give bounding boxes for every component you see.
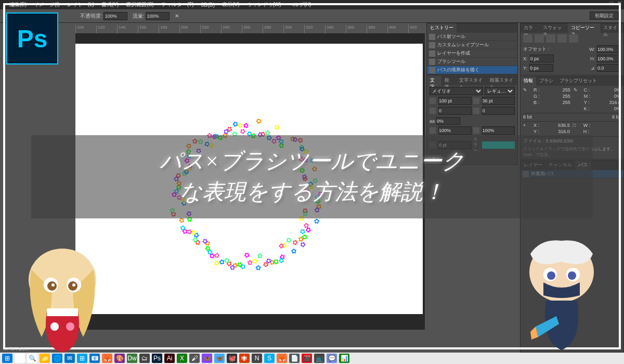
tracking-input[interactable]: [438, 107, 472, 115]
svg-rect-7: [47, 308, 78, 316]
menu-item[interactable]: 選択範囲(S): [126, 1, 153, 8]
y-input[interactable]: [529, 64, 553, 72]
history-item[interactable]: レイヤーを作成: [427, 49, 517, 58]
menu-item[interactable]: 書式(Y): [101, 1, 119, 8]
title-overlay: パス×ブラシツールでユニーク な表現をする方法を解説！: [31, 135, 593, 218]
clone-src-icon[interactable]: [557, 34, 567, 43]
workspace-button[interactable]: 初期設定: [590, 11, 619, 20]
window-controls: — □ ✕: [600, 0, 622, 7]
svg-point-6: [72, 283, 75, 287]
taskbar-app-icon[interactable]: 🦋: [202, 354, 212, 363]
menu-item[interactable]: 3D(D): [201, 2, 215, 8]
color-panel: カラー スウォッチ コピーソース スタイル オフセット : W: X: H: Y…: [520, 23, 624, 75]
taskbar-app-icon[interactable]: 🖌: [189, 354, 200, 363]
taskbar-app-icon[interactable]: 🌐: [52, 354, 62, 363]
copysrc-tab[interactable]: コピーソース: [568, 23, 600, 33]
fontsize-input[interactable]: [438, 97, 472, 105]
close-icon[interactable]: ✕: [617, 0, 622, 7]
taskbar-app-icon[interactable]: X: [177, 354, 187, 363]
svg-point-8: [50, 322, 59, 331]
taskbar-app-icon[interactable]: S: [264, 354, 275, 363]
eyedropper-icon: ✎: [574, 87, 581, 93]
opacity-input[interactable]: [103, 12, 127, 20]
taskbar-app-icon[interactable]: 🦊: [102, 354, 112, 363]
menu-item[interactable]: ウィンドウ(W): [247, 1, 281, 8]
color-tab[interactable]: カラー: [521, 23, 540, 33]
swatches-tab[interactable]: スウォッチ: [540, 23, 568, 33]
font-select[interactable]: メイリオ: [430, 87, 483, 95]
paragraph-tab[interactable]: 段落: [441, 76, 456, 85]
character-illustration-left: [10, 243, 114, 353]
w-label: W:: [589, 47, 595, 52]
taskbar-app-icon[interactable]: Dw: [127, 354, 137, 363]
menu-item[interactable]: フィルター(T): [161, 1, 194, 8]
brush-icon: [429, 59, 435, 65]
leading-input[interactable]: [482, 97, 515, 105]
taskbar-app-icon[interactable]: 🕷: [239, 354, 250, 363]
taskbar-app-icon[interactable]: ⊞: [2, 354, 12, 363]
layer-icon: [429, 50, 435, 57]
taskbar-app-icon[interactable]: 📄: [289, 354, 300, 363]
menu-item[interactable]: レイヤー(L): [67, 1, 94, 8]
menu-item[interactable]: ヘルプ(H): [289, 1, 311, 8]
clone-src-icon[interactable]: [546, 34, 555, 43]
taskbar-app-icon[interactable]: 🔍: [27, 354, 37, 363]
charstyle-tab[interactable]: 文字スタイル: [456, 76, 487, 85]
fontstyle-select[interactable]: レギュ…: [485, 87, 515, 95]
h-input[interactable]: [597, 55, 621, 62]
taskbar-app-icon[interactable]: Ai: [164, 354, 175, 363]
scaleh-input[interactable]: [482, 126, 515, 135]
scalev-input[interactable]: [438, 126, 472, 135]
history-item[interactable]: パスの境界線を描く: [427, 66, 517, 74]
taskbar-app-icon[interactable]: 🐙: [227, 354, 237, 363]
taskbar-app-icon[interactable]: ✉: [64, 354, 75, 363]
taskbar-app-icon[interactable]: N: [252, 354, 262, 363]
styles-tab[interactable]: スタイル: [600, 23, 623, 33]
taskbar-app-icon[interactable]: 📊: [339, 354, 349, 363]
taskbar-app-icon[interactable]: 🎬: [302, 354, 312, 363]
taskbar-app-icon[interactable]: ○: [15, 354, 25, 363]
taskbar-app-icon[interactable]: 🎨: [114, 354, 125, 363]
clone-src-icon[interactable]: [569, 34, 578, 43]
svg-point-9: [66, 322, 74, 331]
clone-src-icon[interactable]: [523, 34, 532, 43]
kerning-input[interactable]: [482, 107, 515, 115]
scalev-icon: [430, 127, 436, 134]
scaleh-icon: [473, 127, 479, 134]
history-item[interactable]: パス射ツール: [427, 33, 517, 41]
taskbar-app-icon[interactable]: 🗂: [139, 354, 150, 363]
taskbar-app-icon[interactable]: 💬: [327, 354, 337, 363]
taskbar-app-icon[interactable]: 📺: [314, 354, 324, 363]
info-tab[interactable]: 情報: [521, 76, 536, 86]
w-input[interactable]: [597, 45, 621, 53]
x-input[interactable]: [530, 55, 554, 62]
clone-src-icon[interactable]: [535, 34, 544, 43]
menu-item[interactable]: 編集(E): [9, 1, 27, 8]
brush-tab[interactable]: ブラシ: [536, 76, 556, 86]
airbrush-icon[interactable]: ✕: [175, 13, 179, 19]
taskbar-app-icon[interactable]: 📁: [40, 354, 50, 363]
flow-input[interactable]: [146, 12, 170, 20]
aa-input[interactable]: [436, 117, 460, 125]
offset-label: オフセット :: [523, 46, 549, 53]
path-icon: [429, 34, 435, 40]
history-item[interactable]: ブラシツール: [427, 58, 517, 66]
menu-item[interactable]: イメージ(I): [34, 1, 59, 8]
maximize-icon[interactable]: □: [609, 0, 613, 7]
taskbar-app-icon[interactable]: 🦊: [277, 354, 287, 363]
kerning-icon: [473, 108, 479, 114]
taskbar-app-icon[interactable]: 🦋: [214, 354, 225, 363]
history-tab[interactable]: ヒストリー: [427, 23, 457, 33]
parastyle-tab[interactable]: 段落スタイル: [487, 76, 517, 85]
angle-input[interactable]: [597, 64, 621, 72]
taskbar-app-icon[interactable]: Ps: [152, 354, 162, 363]
history-item[interactable]: カスタムシェイプツール: [427, 41, 517, 49]
brushpreset-tab[interactable]: ブラシプリセット: [556, 76, 600, 86]
taskbar-app-icon[interactable]: ⊞: [77, 354, 87, 363]
h-label: H:: [590, 56, 595, 61]
minimize-icon[interactable]: —: [600, 0, 605, 7]
menu-item[interactable]: 表示(V): [222, 1, 239, 8]
stroke-icon: [429, 67, 435, 73]
taskbar-app-icon[interactable]: 📧: [89, 354, 100, 363]
character-tab[interactable]: 文字: [427, 76, 441, 85]
